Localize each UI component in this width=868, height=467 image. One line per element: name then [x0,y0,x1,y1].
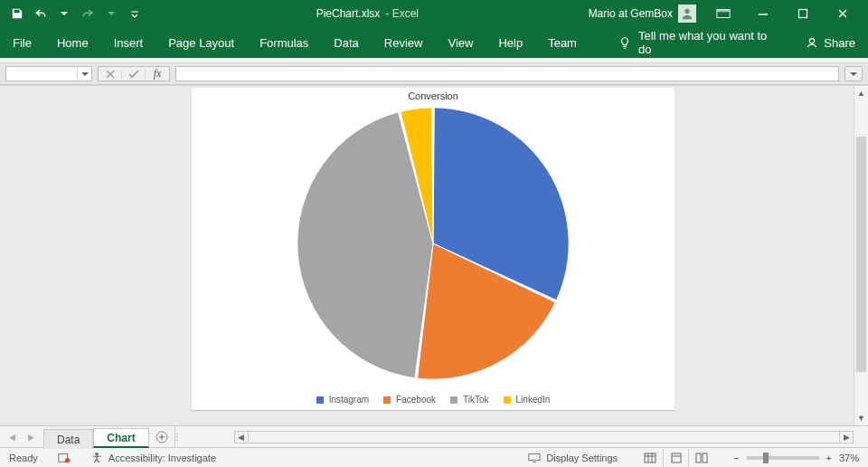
cancel-formula-button[interactable] [99,70,122,79]
document-filename: PieChart.xlsx [316,7,381,20]
horizontal-scroll-track[interactable] [249,431,839,443]
close-button[interactable] [823,0,863,27]
tab-review[interactable]: Review [384,27,423,58]
ribbon-display-options-button[interactable] [703,0,743,27]
sheet-tab-data[interactable]: Data [43,429,93,449]
zoom-slider[interactable] [747,456,819,460]
tab-file[interactable]: File [13,27,32,58]
save-button[interactable] [5,1,29,26]
tab-team[interactable]: Team [548,27,577,58]
zoom-level-label[interactable]: 37% [839,453,859,463]
qat-customize-button[interactable] [123,1,146,26]
svg-rect-10 [672,453,681,462]
legend-swatch [316,396,324,404]
scroll-right-button[interactable]: ▶ [839,431,854,443]
sheet-tabs: DataChart [43,426,149,447]
page-break-view-button[interactable] [688,449,713,467]
pie-plot-area[interactable] [192,102,675,385]
normal-view-button[interactable] [637,449,663,467]
tab-data[interactable]: Data [334,27,358,58]
undo-dropdown[interactable] [52,1,76,26]
name-box-input[interactable] [6,67,77,81]
tab-insert[interactable]: Insert [114,27,144,58]
minimize-button[interactable] [743,0,783,27]
insert-function-button[interactable]: fx [146,67,169,81]
status-bar: Ready Accessibility: Investigate Display… [0,447,868,467]
tab-help[interactable]: Help [498,27,523,58]
svg-rect-3 [799,10,807,18]
scroll-down-button[interactable]: ▼ [854,411,868,425]
chart-object[interactable]: Conversion InstagramFacebookTikTokLinked… [192,88,675,410]
maximize-button[interactable] [783,0,823,27]
window-title: PieChart.xlsx - Excel [146,7,589,20]
zoom-slider-thumb[interactable] [763,453,769,463]
macro-record-button[interactable] [58,452,71,464]
horizontal-scrollbar[interactable]: ◀ ▶ [234,426,854,447]
tab-label: Page Layout [168,36,234,50]
tab-split-handle[interactable] [175,426,180,447]
sheet-nav-next[interactable]: ▶ [28,433,34,442]
tab-label: File [13,36,32,50]
tab-label: Home [57,36,89,50]
zoom-out-button[interactable]: − [733,453,739,463]
svg-point-7 [95,452,99,455]
title-bar-right: Mario at GemBox [589,0,868,27]
sheet-tab-strip: ◀ ▶ DataChart ◀ ▶ [0,425,868,447]
chart-title[interactable]: Conversion [192,88,675,101]
name-box[interactable] [5,66,92,81]
signed-in-user[interactable]: Mario at GemBox [589,5,696,23]
pie-svg [293,103,573,384]
tab-label: Review [384,36,423,50]
undo-button[interactable] [29,1,52,26]
tab-formulas[interactable]: Formulas [259,27,308,58]
zoom-controls: − + 37% [733,453,859,463]
vertical-scroll-track[interactable] [854,100,868,411]
chart-sheet-surface[interactable]: Conversion InstagramFacebookTikTokLinked… [5,86,868,425]
svg-rect-9 [645,453,656,462]
expand-formula-bar-button[interactable] [844,66,863,81]
page-layout-view-button[interactable] [663,449,688,467]
avatar-icon [678,5,696,23]
tab-label: View [448,36,473,50]
scroll-up-button[interactable]: ▲ [854,86,868,100]
tab-home[interactable]: Home [57,27,89,58]
formula-bar: fx [0,63,868,85]
new-sheet-button[interactable] [149,426,175,447]
formula-bar-buttons: fx [98,66,170,81]
share-icon [806,36,818,49]
vertical-scroll-thumb[interactable] [856,137,866,372]
chart-legend[interactable]: InstagramFacebookTikTokLinkedIn [192,395,675,405]
tell-me-label: Tell me what you want to do [638,29,780,56]
legend-item-linkedin[interactable]: LinkedIn [504,395,551,405]
workbook-viewport: Conversion InstagramFacebookTikTokLinked… [0,85,868,425]
zoom-in-button[interactable]: + [826,453,832,463]
tab-label: Formulas [259,36,308,50]
legend-item-tiktok[interactable]: TikTok [450,395,489,405]
tell-me-search[interactable]: Tell me what you want to do [618,29,780,56]
sheet-nav-prev[interactable]: ◀ [9,433,15,442]
formula-input[interactable] [175,66,839,81]
status-ready: Ready [9,453,38,463]
enter-formula-button[interactable] [122,70,146,79]
redo-dropdown[interactable] [99,1,123,26]
tab-label: Insert [114,36,144,50]
view-switcher [637,449,713,467]
excel-app: PieChart.xlsx - Excel Mario at GemBox [0,0,868,467]
svg-point-6 [65,458,70,462]
tab-view[interactable]: View [448,27,473,58]
redo-button[interactable] [76,1,99,26]
legend-swatch [383,396,391,404]
display-settings-button[interactable]: Display Settings [528,453,618,463]
legend-item-facebook[interactable]: Facebook [383,395,436,405]
svg-rect-8 [529,453,540,460]
sheet-tab-chart[interactable]: Chart [93,428,148,448]
legend-item-instagram[interactable]: Instagram [316,395,369,405]
accessibility-checker-button[interactable]: Accessibility: Investigate [90,452,216,464]
name-box-dropdown[interactable] [77,67,91,81]
share-button[interactable]: Share [806,36,855,50]
vertical-scrollbar[interactable]: ▲ ▼ [854,86,868,425]
tab-page-layout[interactable]: Page Layout [168,27,234,58]
quick-access-toolbar [0,1,146,26]
scroll-left-button[interactable]: ◀ [234,431,249,443]
username-label: Mario at GemBox [589,7,673,20]
